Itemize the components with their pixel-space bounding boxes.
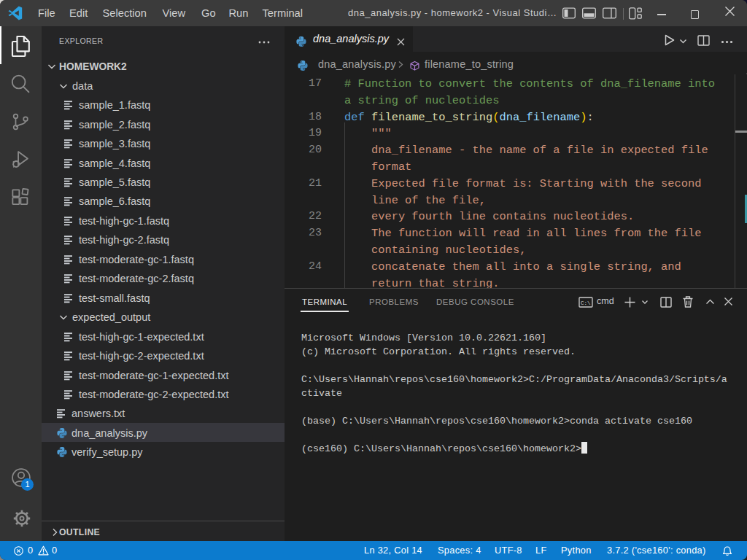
svg-text:C:\: C:\	[581, 300, 591, 306]
